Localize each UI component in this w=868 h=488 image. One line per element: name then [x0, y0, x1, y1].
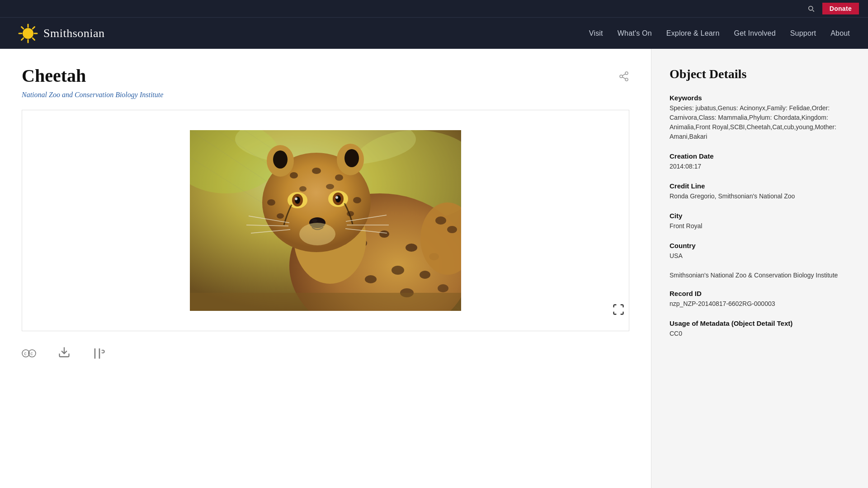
svg-rect-71 — [190, 293, 461, 311]
svg-point-25 — [406, 244, 417, 252]
country-section: Country USA — [670, 242, 850, 261]
svg-point-38 — [290, 172, 298, 178]
cc-icon[interactable]: c c — [22, 349, 36, 357]
keywords-label: Keywords — [670, 94, 850, 102]
svg-point-24 — [379, 230, 389, 238]
nav-links: Visit What's On Explore & Learn Get Invo… — [589, 29, 850, 38]
svg-text:c: c — [31, 351, 33, 356]
download-icon[interactable] — [58, 346, 71, 361]
svg-line-5 — [22, 27, 24, 28]
nav-item-whats-on[interactable]: What's On — [618, 29, 652, 37]
svg-point-44 — [277, 213, 284, 219]
svg-line-12 — [623, 77, 626, 79]
svg-point-39 — [312, 168, 321, 174]
svg-line-7 — [33, 27, 34, 28]
svg-point-10 — [620, 75, 623, 78]
subtitle-link[interactable]: National Zoo and Conservation Biology In… — [22, 91, 629, 99]
keywords-section: Keywords Species: jubatus,Genus: Acinony… — [670, 94, 850, 141]
credit-line-value: Ronda Gregorio, Smithsonian's National Z… — [670, 192, 850, 201]
city-value: Front Royal — [670, 221, 850, 231]
org-value: Smithsonian's National Zoo & Conservatio… — [670, 272, 850, 279]
creation-date-value: 2014:08:17 — [670, 162, 850, 171]
svg-point-50 — [344, 149, 359, 167]
svg-point-32 — [438, 284, 448, 292]
svg-point-40 — [335, 174, 343, 181]
svg-point-28 — [365, 275, 377, 283]
usage-value: CC0 — [670, 329, 850, 338]
svg-point-70 — [447, 226, 457, 233]
record-id-value: nzp_NZP-20140817-6602RG-000003 — [670, 299, 850, 309]
nav-item-support[interactable]: Support — [790, 29, 816, 37]
iiif-icon[interactable]: ∣∣ᵓ — [92, 347, 104, 359]
svg-point-48 — [273, 150, 288, 169]
page-title-row: Cheetah — [22, 65, 629, 86]
main-content: Cheetah National Zoo and Conservation Bi… — [0, 49, 868, 488]
creation-date-label: Creation Date — [670, 152, 850, 160]
country-value: USA — [670, 251, 850, 261]
keywords-value: Species: jubatus,Genus: Acinonyx,Family:… — [670, 103, 850, 141]
svg-point-69 — [435, 216, 446, 225]
nav-item-explore-learn[interactable]: Explore & Learn — [666, 29, 720, 37]
city-section: City Front Royal — [670, 212, 850, 231]
svg-point-26 — [392, 266, 404, 275]
search-icon[interactable] — [807, 5, 815, 13]
right-panel: Object Details Keywords Species: jubatus… — [651, 49, 868, 488]
donate-button[interactable]: Donate — [822, 3, 859, 14]
svg-point-0 — [23, 28, 33, 39]
page-title: Cheetah — [22, 65, 86, 86]
nav-item-visit[interactable]: Visit — [589, 29, 603, 37]
svg-point-41 — [299, 186, 307, 192]
svg-point-42 — [326, 184, 334, 189]
left-panel: Cheetah National Zoo and Conservation Bi… — [0, 49, 651, 488]
svg-text:c: c — [24, 351, 27, 356]
nav-item-get-involved[interactable]: Get Involved — [734, 29, 776, 37]
object-details-heading: Object Details — [670, 67, 850, 81]
nav-item-about[interactable]: About — [830, 29, 850, 37]
toolbar: c c ∣∣ᵓ — [22, 342, 629, 365]
svg-point-67 — [299, 223, 335, 245]
svg-point-58 — [335, 196, 338, 199]
logo-text: Smithsonian — [43, 27, 105, 40]
svg-point-45 — [353, 197, 361, 203]
svg-line-8 — [22, 38, 24, 40]
svg-point-27 — [420, 271, 430, 279]
share-icon[interactable] — [618, 65, 629, 86]
image-container — [22, 110, 629, 331]
record-id-label: Record ID — [670, 290, 850, 297]
logo-sun-icon — [18, 23, 38, 43]
logo-link[interactable]: Smithsonian — [18, 23, 105, 43]
svg-line-13 — [623, 74, 626, 76]
svg-point-11 — [625, 78, 628, 81]
city-label: City — [670, 212, 850, 220]
svg-point-54 — [295, 197, 297, 200]
svg-point-9 — [625, 72, 628, 75]
expand-button[interactable] — [612, 303, 625, 318]
svg-point-43 — [267, 199, 275, 206]
svg-point-60 — [312, 219, 317, 222]
record-id-section: Record ID nzp_NZP-20140817-6602RG-000003 — [670, 290, 850, 309]
credit-line-label: Credit Line — [670, 182, 850, 190]
usage-section: Usage of Metadata (Object Detail Text) C… — [670, 319, 850, 338]
nav-bar: Smithsonian Visit What's On Explore & Le… — [0, 17, 868, 49]
country-label: Country — [670, 242, 850, 249]
top-bar: Donate — [0, 0, 868, 17]
credit-line-section: Credit Line Ronda Gregorio, Smithsonian'… — [670, 182, 850, 201]
usage-label: Usage of Metadata (Object Detail Text) — [670, 319, 850, 327]
svg-line-6 — [33, 38, 34, 40]
cheetah-image — [190, 130, 461, 311]
creation-date-section: Creation Date 2014:08:17 — [670, 152, 850, 171]
